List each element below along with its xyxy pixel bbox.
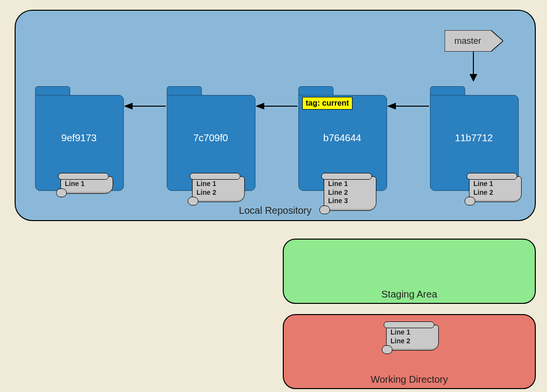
snippet-line: Line 1 [391,328,434,337]
arrow-c4-to-c3 [387,106,429,107]
snippet-line: Line 1 [65,180,109,188]
commit-hash: 7c709f0 [167,132,254,144]
commit-2-snippet: Line 1 Line 2 [192,176,245,202]
snippet-line: Line 2 [328,188,372,197]
snippet-line: Line 1 [473,180,517,188]
commit-hash: b764644 [298,132,386,144]
arrow-c2-to-c1 [124,106,166,107]
arrow-c3-to-c2 [255,106,297,107]
working-directory-box: Working Directory Line 1 Line 2 [283,314,536,389]
commit-hash: 9ef9173 [35,132,123,144]
snippet-line: Line 1 [328,180,372,188]
commit-3-snippet: Line 1 Line 2 Line 3 [324,176,376,211]
snippet-line: Line 2 [196,188,240,197]
arrow-master-to-head [473,52,474,82]
local-repository-box: Local Repository master 9ef9173 Line 1 [15,10,536,221]
svg-marker-4 [124,103,133,110]
working-directory-label: Working Directory [284,374,535,385]
svg-marker-2 [469,74,477,82]
svg-marker-8 [387,103,396,110]
snippet-line: Line 1 [196,180,240,188]
commit-tag: tag: current [302,97,352,110]
svg-marker-6 [255,103,264,110]
snippet-line: Line 2 [473,188,517,197]
snippet-line: Line 2 [391,337,434,346]
commit-hash: 11b7712 [430,132,518,144]
master-pointer: master [445,30,503,52]
master-label: master [445,30,491,52]
local-repository-label: Local Repository [16,205,535,216]
commit-1-snippet: Line 1 [60,176,113,194]
staging-area-label: Staging Area [284,289,535,300]
diagram-stage: Local Repository master 9ef9173 Line 1 [0,0,547,392]
working-dir-snippet: Line 1 Line 2 [386,325,439,351]
snippet-line: Line 3 [328,197,372,205]
staging-area-box: Staging Area [283,239,536,304]
commit-4-snippet: Line 1 Line 2 [469,176,522,202]
